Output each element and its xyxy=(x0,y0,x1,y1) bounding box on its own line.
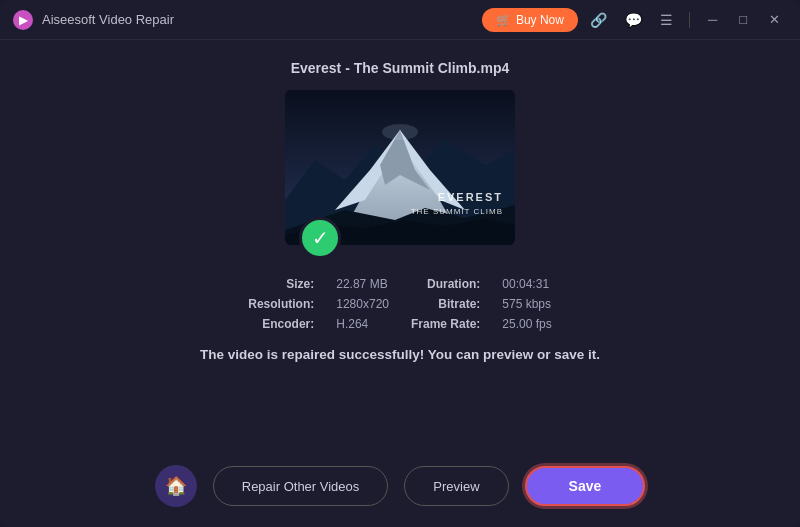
encoder-value: H.264 xyxy=(336,317,389,331)
actions-bar: 🏠 Repair Other Videos Preview Save xyxy=(155,465,646,507)
main-content: Everest - The Summit Climb.mp4 xyxy=(0,40,800,527)
buy-now-label: Buy Now xyxy=(516,13,564,27)
chat-button[interactable]: 💬 xyxy=(619,8,648,32)
save-label: Save xyxy=(569,478,602,494)
title-bar: ▶ Aiseesoft Video Repair 🛒 Buy Now 🔗 💬 ☰… xyxy=(0,0,800,40)
preview-label: Preview xyxy=(433,479,479,494)
app-title: Aiseesoft Video Repair xyxy=(42,12,482,27)
duration-value: 00:04:31 xyxy=(502,277,551,291)
title-divider xyxy=(689,12,690,28)
menu-icon: ☰ xyxy=(660,12,673,28)
size-value: 22.87 MB xyxy=(336,277,389,291)
minimize-button[interactable]: ─ xyxy=(700,8,725,31)
resolution-label: Resolution: xyxy=(248,297,314,311)
repair-other-button[interactable]: Repair Other Videos xyxy=(213,466,389,506)
close-icon: ✕ xyxy=(769,12,780,27)
frame-rate-value: 25.00 fps xyxy=(502,317,551,331)
everest-label: EVEREST THE SUMMIT CLIMB xyxy=(411,190,503,217)
link-icon: 🔗 xyxy=(590,12,607,28)
success-badge: ✓ xyxy=(299,217,341,259)
duration-label: Duration: xyxy=(411,277,480,291)
menu-button[interactable]: ☰ xyxy=(654,8,679,32)
save-button[interactable]: Save xyxy=(525,466,646,506)
encoder-label: Encoder: xyxy=(248,317,314,331)
size-label: Size: xyxy=(248,277,314,291)
home-icon: 🏠 xyxy=(165,475,187,497)
app-window: ▶ Aiseesoft Video Repair 🛒 Buy Now 🔗 💬 ☰… xyxy=(0,0,800,527)
buy-now-button[interactable]: 🛒 Buy Now xyxy=(482,8,578,32)
bitrate-value: 575 kbps xyxy=(502,297,551,311)
title-bar-actions: 🛒 Buy Now 🔗 💬 ☰ ─ □ ✕ xyxy=(482,8,788,32)
success-message: The video is repaired successfully! You … xyxy=(200,347,600,362)
link-button[interactable]: 🔗 xyxy=(584,8,613,32)
cart-icon: 🛒 xyxy=(496,13,511,27)
chat-icon: 💬 xyxy=(625,12,642,28)
resolution-value: 1280x720 xyxy=(336,297,389,311)
maximize-button[interactable]: □ xyxy=(731,8,755,31)
video-title: Everest - The Summit Climb.mp4 xyxy=(291,60,510,76)
app-logo: ▶ xyxy=(12,9,34,31)
file-info: Size: 22.87 MB Duration: 00:04:31 Resolu… xyxy=(248,277,551,331)
close-button[interactable]: ✕ xyxy=(761,8,788,31)
video-thumbnail-wrapper: EVEREST THE SUMMIT CLIMB ✓ xyxy=(285,90,515,245)
repair-other-label: Repair Other Videos xyxy=(242,479,360,494)
preview-button[interactable]: Preview xyxy=(404,466,508,506)
maximize-icon: □ xyxy=(739,12,747,27)
svg-point-9 xyxy=(382,124,418,140)
home-button[interactable]: 🏠 xyxy=(155,465,197,507)
bitrate-label: Bitrate: xyxy=(411,297,480,311)
frame-rate-label: Frame Rate: xyxy=(411,317,480,331)
minimize-icon: ─ xyxy=(708,12,717,27)
